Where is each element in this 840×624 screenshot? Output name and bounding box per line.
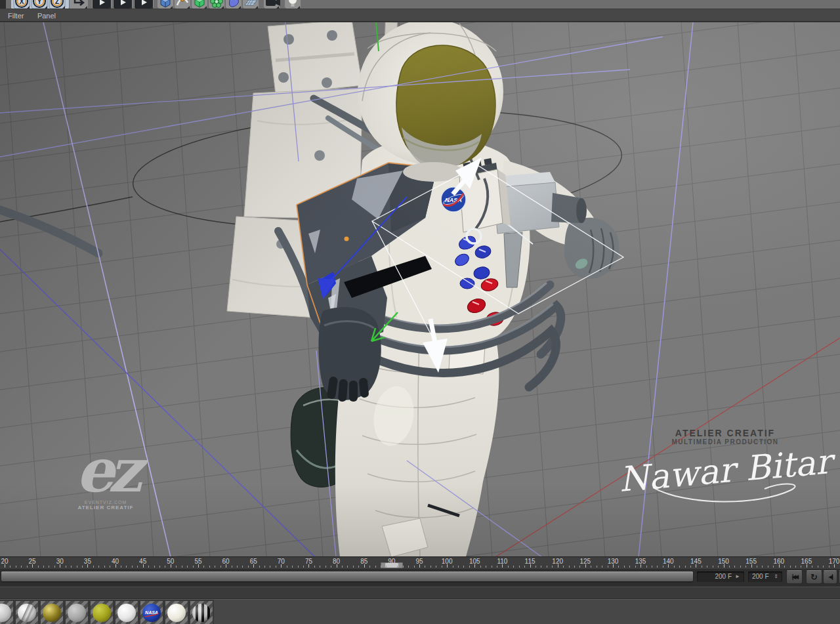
ruler-frame-label: 130 [608,558,619,565]
ruler-tick [49,566,49,568]
ruler-tick [375,566,376,568]
ruler-tick [259,566,260,568]
add-floor-button[interactable] [243,0,259,9]
ruler-tick [425,566,425,568]
menu-filter[interactable]: Filter [5,10,26,22]
play-backwards-button[interactable]: ◀| [823,570,837,584]
ruler-tick [43,566,44,568]
ruler-tick [801,566,801,568]
ruler-tick [486,566,486,568]
white-material-swatch[interactable] [116,601,138,624]
ruler-tick [519,566,520,568]
add-spline-button[interactable] [175,0,190,9]
ruler-tick [326,566,326,568]
ruler-frame-label: 90 [388,558,395,565]
ruler-frame-label: 120 [552,558,563,565]
submenu-indicator-icon [45,6,47,9]
lock-x-axis-button[interactable]: X [13,0,30,9]
ruler-tick [652,566,652,568]
gray-matte-material-swatch[interactable] [66,601,88,624]
submenu-indicator-icon [297,6,300,9]
ruler-tick [320,566,320,568]
ruler-tick [463,566,464,568]
olive-material-swatch[interactable] [91,601,113,624]
ruler-tick [762,566,763,568]
render-picture-viewer-button[interactable] [113,0,133,9]
ruler-tick [552,566,553,568]
render-view-button[interactable] [92,0,112,9]
cream-material-preview-sphere [167,604,186,622]
ruler-tick [702,566,702,568]
ruler-frame-label: 135 [635,558,646,565]
ruler-tick [137,566,138,568]
chrome-material-swatch[interactable] [16,601,38,624]
ruler-frame-label: 160 [773,558,784,565]
ruler-tick [536,566,536,568]
timeline-ruler[interactable]: 2025303540455055606570758085909510010511… [0,556,840,569]
coordinate-system-button[interactable] [70,0,88,9]
ruler-tick [746,566,746,568]
menu-panel[interactable]: Panel [35,10,58,22]
ruler-frame-label: 115 [525,558,536,565]
lock-z-axis-button[interactable]: Z [49,0,66,9]
ruler-frame-label: 25 [29,558,36,565]
ruler-frame-label: 65 [250,558,257,565]
goto-start-button[interactable]: |◀◀ [786,570,803,584]
ruler-tick [16,566,16,568]
ruler-frame-label: 30 [56,558,64,565]
add-array-button[interactable] [209,0,224,9]
cream-material-swatch[interactable] [165,601,188,624]
submenu-indicator-icon [108,6,111,9]
ruler-tick [414,566,415,568]
range-arrow-icon[interactable]: ► [735,572,740,582]
gold-gloss-material-swatch[interactable] [41,601,63,624]
add-light-button[interactable] [285,0,301,9]
ruler-tick [579,566,580,568]
add-deformer-button[interactable] [226,0,242,9]
ruler-tick [679,566,680,568]
submenu-indicator-icon [187,6,190,9]
ruler-tick [298,566,299,568]
ruler-frame-label: 170 [829,558,840,565]
ruler-tick [276,566,276,568]
frame-spinner-icon[interactable]: ⇕ [774,572,778,582]
ruler-tick [508,566,509,568]
gray-material-swatch[interactable] [0,601,13,624]
ruler-tick [232,566,232,568]
ruler-frame-label: 110 [497,558,507,565]
ruler-tick [591,566,591,568]
ruler-tick [104,566,105,568]
preview-range-field[interactable]: ► 200 F [697,572,744,582]
3d-viewport[interactable]: NASA [0,22,840,557]
add-cube-button[interactable] [158,0,173,9]
partial-toolbar-icon[interactable] [0,0,6,9]
ruler-tick [314,566,315,568]
timeline-scrollbar[interactable] [1,572,693,581]
ruler-tick [187,566,188,568]
ruler-tick [430,566,431,568]
backpack-texture-material-swatch[interactable] [190,601,213,624]
white-material-preview-sphere [117,604,136,622]
add-subdivision-surface-button[interactable] [192,0,207,9]
play-loop-button[interactable]: ↻ [806,570,822,584]
ruler-tick [829,566,830,568]
ruler-tick [126,566,127,568]
submenu-indicator-icon [129,6,132,9]
ruler-tick [176,566,177,568]
ruler-tick [182,566,182,568]
ruler-tick [541,566,541,568]
ruler-tick [740,566,741,568]
render-settings-button[interactable] [134,0,154,9]
nasa-logo-material-swatch[interactable]: NASA [140,601,163,624]
ruler-tick [386,566,387,568]
add-camera-button[interactable] [264,0,280,9]
end-frame-field[interactable]: ⇕ 200 F [748,572,782,582]
submenu-indicator-icon [170,6,173,9]
ruler-tick [358,566,359,568]
ruler-frame-label: 85 [360,558,368,565]
ruler-tick [690,566,691,568]
submenu-indicator-icon [27,6,30,9]
lock-y-axis-button[interactable]: Y [31,0,48,9]
ruler-tick [718,566,719,568]
ruler-tick [663,566,663,568]
